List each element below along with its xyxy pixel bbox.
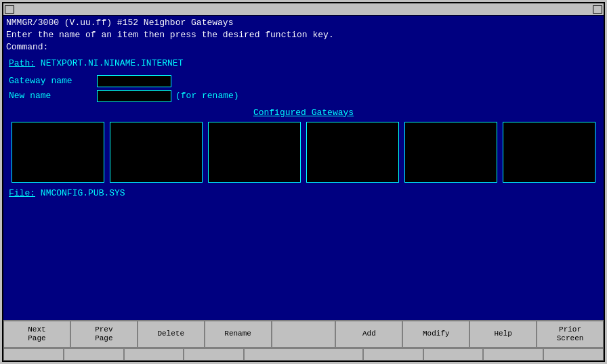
prior-screen-button[interactable]: PriorScreen bbox=[537, 321, 604, 348]
main-area: NMMGR/3000 (V.uu.ff) #152 Neighbor Gatew… bbox=[3, 16, 604, 361]
fkey5-empty bbox=[272, 321, 336, 348]
fkey2-2 bbox=[64, 348, 124, 361]
minimize-button[interactable] bbox=[5, 5, 14, 14]
gateway-box-5[interactable] bbox=[404, 122, 497, 183]
gateway-box-4[interactable] bbox=[306, 122, 399, 183]
prev-page-button[interactable]: PrevPage bbox=[70, 321, 138, 348]
close-button[interactable] bbox=[593, 5, 602, 14]
delete-button[interactable]: Delete bbox=[138, 321, 205, 348]
fkey2-9 bbox=[543, 348, 604, 361]
fkey2-1 bbox=[3, 348, 64, 361]
configured-gateways-title: Configured Gateways bbox=[9, 108, 598, 118]
header-line1: NMMGR/3000 (V.uu.ff) #152 Neighbor Gatew… bbox=[6, 17, 601, 29]
title-bar bbox=[3, 3, 604, 16]
fkey-row2 bbox=[3, 348, 604, 361]
fkey2-3 bbox=[124, 348, 184, 361]
gateway-name-input[interactable] bbox=[97, 75, 171, 87]
header-line2: Enter the name of an item then press the… bbox=[6, 29, 601, 41]
main-window: NMMGR/3000 (V.uu.ff) #152 Neighbor Gatew… bbox=[2, 2, 605, 362]
file-value: NMCONFIG.PUB.SYS bbox=[41, 188, 125, 198]
gateway-box-1[interactable] bbox=[12, 122, 104, 183]
rename-button[interactable]: Rename bbox=[205, 321, 272, 348]
help-button[interactable]: Help bbox=[469, 321, 537, 348]
file-line: File: NMCONFIG.PUB.SYS bbox=[9, 188, 598, 198]
new-name-row: New name (for rename) bbox=[9, 90, 598, 102]
fkey2-6 bbox=[363, 348, 423, 361]
gateway-box-3[interactable] bbox=[208, 122, 301, 183]
gateway-name-row: Gateway name bbox=[9, 75, 598, 87]
path-value: NETXPORT.NI.NINAME.INTERNET bbox=[41, 58, 184, 68]
fkey2-mid bbox=[244, 348, 363, 361]
gateway-box-6[interactable] bbox=[503, 122, 595, 183]
fkey2-8 bbox=[483, 348, 543, 361]
footer-section: NextPage PrevPage Delete Rename Add Modi… bbox=[3, 320, 604, 361]
content-area: Path: NETXPORT.NI.NINAME.INTERNET Gatewa… bbox=[3, 55, 604, 320]
header-section: NMMGR/3000 (V.uu.ff) #152 Neighbor Gatew… bbox=[3, 16, 604, 55]
path-label: Path: bbox=[9, 58, 35, 68]
add-button[interactable]: Add bbox=[335, 321, 402, 348]
file-label: File: bbox=[9, 188, 35, 198]
gateway-name-label: Gateway name bbox=[9, 76, 97, 86]
function-keys-row: NextPage PrevPage Delete Rename Add Modi… bbox=[3, 320, 604, 348]
next-page-button[interactable]: NextPage bbox=[3, 321, 70, 348]
path-line: Path: NETXPORT.NI.NINAME.INTERNET bbox=[9, 58, 598, 68]
gateway-box-2[interactable] bbox=[110, 122, 203, 183]
header-line3: Command: bbox=[6, 41, 601, 53]
modify-button[interactable]: Modify bbox=[402, 321, 469, 348]
new-name-input[interactable] bbox=[97, 90, 171, 102]
fkey2-4 bbox=[184, 348, 244, 361]
new-name-label: New name bbox=[9, 91, 97, 101]
gateways-grid bbox=[12, 122, 595, 183]
fkey2-7 bbox=[423, 348, 484, 361]
for-rename-text: (for rename) bbox=[175, 91, 239, 101]
